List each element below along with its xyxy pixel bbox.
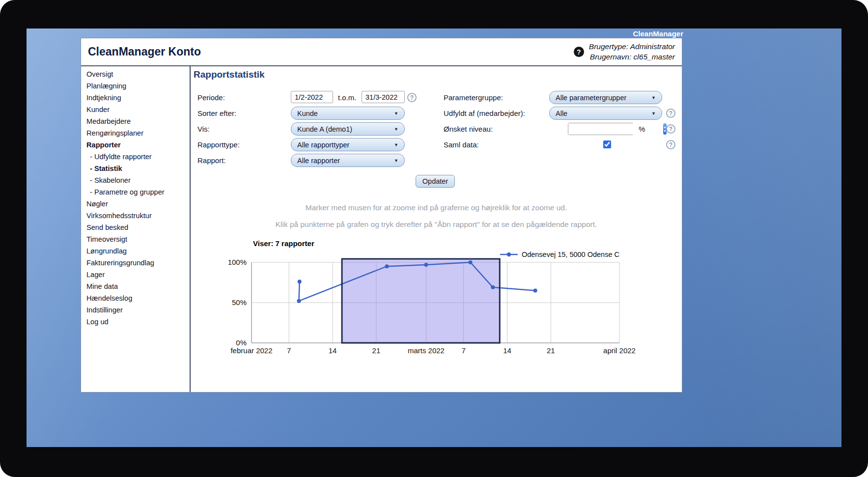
svg-text:7: 7 <box>461 346 465 355</box>
sidebar-item[interactable]: Indtjekning <box>86 92 190 104</box>
svg-text:april 2022: april 2022 <box>603 346 636 355</box>
sidebar-item[interactable]: Mine data <box>86 281 190 292</box>
rapport-select[interactable]: Alle rapporter ▼ <box>291 154 405 167</box>
sidebar-item[interactable]: Planlægning <box>86 80 190 92</box>
sidebar-item[interactable]: Virksomhedsstruktur <box>86 210 190 222</box>
parametergruppe-value: Alle parametergrupper <box>556 94 626 102</box>
sidebar-item[interactable]: Indstillinger <box>86 304 190 316</box>
periode-help-icon[interactable]: ? <box>407 93 417 102</box>
sidebar-item[interactable]: Rapporter <box>86 139 190 151</box>
sidebar-item[interactable]: Kunder <box>86 104 190 115</box>
rapporttype-select[interactable]: Alle rapporttyper ▼ <box>291 138 405 151</box>
main-content: Rapportstatistik Periode: t.o.m. ? Param… <box>191 66 682 392</box>
sidebar-item[interactable]: Medarbejdere <box>86 115 190 127</box>
sidebar-nav: Oversigt Planlægning Indtjekning Kunder … <box>81 66 191 392</box>
sidebar-item[interactable]: - Skabeloner <box>86 174 190 186</box>
open-report-instruction: Klik på punkterne på grafen og tryk dere… <box>191 220 682 229</box>
sidebar-item[interactable]: Send besked <box>86 222 190 233</box>
user-details: Brugertype: Administrator Brugernavn: cl… <box>589 42 675 62</box>
sidebar-item[interactable]: Timeoversigt <box>86 233 190 245</box>
saml-data-checkbox[interactable] <box>603 140 611 148</box>
percent-label: % <box>639 122 645 136</box>
rapport-value: Alle rapporter <box>297 157 340 165</box>
parametergruppe-label: Parametergruppe: <box>444 91 503 104</box>
sidebar-item[interactable]: Log ud <box>86 316 190 328</box>
sorter-efter-value: Kunde <box>297 110 318 117</box>
svg-text:21: 21 <box>372 346 381 355</box>
window-header: CleanManager Konto ? Brugertype: Adminis… <box>81 38 682 66</box>
vis-select[interactable]: Kunde A (demo1) ▼ <box>291 122 405 136</box>
udfyldt-af-select[interactable]: Alle ▼ <box>549 107 662 120</box>
page-title: Rapportstatistik <box>194 69 265 80</box>
vis-value: Kunde A (demo1) <box>297 125 352 133</box>
niveau-help-icon[interactable]: ? <box>666 124 675 134</box>
niveau-input-group: ▲ ▼ <box>568 123 634 135</box>
sorter-efter-select[interactable]: Kunde ▼ <box>291 107 405 120</box>
tom-label: t.o.m. <box>338 91 357 104</box>
app-window: CleanManager Konto ? Brugertype: Adminis… <box>81 38 682 393</box>
chart-title: Viser: 7 rapporter <box>253 239 314 248</box>
svg-text:21: 21 <box>547 346 555 355</box>
chevron-down-icon: ▼ <box>394 111 398 116</box>
rapport-label: Rapport: <box>197 154 226 167</box>
zoom-instruction: Marker med musen for at zoome ind på gra… <box>191 203 682 212</box>
user-name: Brugernavn: cl65_master <box>589 52 675 62</box>
sidebar-item[interactable]: Oversigt <box>86 68 190 80</box>
user-type: Brugertype: Administrator <box>589 42 675 52</box>
udfyldt-af-help-icon[interactable]: ? <box>666 109 675 118</box>
sidebar-item[interactable]: Nøgler <box>86 198 190 210</box>
niveau-input[interactable] <box>568 123 663 135</box>
report-chart[interactable]: 0%50%100%februar 202271421marts 20227142… <box>225 251 647 364</box>
saml-data-help-icon[interactable]: ? <box>666 140 675 149</box>
screenshot-root: CleanManager CleanManager Konto ? Bruger… <box>0 0 868 477</box>
sidebar-item[interactable]: - Statistik <box>86 163 190 174</box>
sidebar-item[interactable]: - Parametre og grupper <box>86 186 190 198</box>
periode-to-input[interactable] <box>362 91 405 103</box>
sidebar-item[interactable]: Faktureringsgrundlag <box>86 257 190 269</box>
sidebar-item[interactable]: Lager <box>86 269 190 281</box>
rapporttype-label: Rapporttype: <box>197 138 240 151</box>
udfyldt-af-value: Alle <box>556 110 567 117</box>
svg-text:marts 2022: marts 2022 <box>408 346 445 355</box>
vis-label: Vis: <box>197 122 210 136</box>
sorter-efter-label: Sorter efter: <box>197 107 236 120</box>
chevron-down-icon: ▼ <box>651 111 656 116</box>
svg-text:7: 7 <box>287 346 291 355</box>
svg-text:50%: 50% <box>232 298 247 307</box>
sidebar-item[interactable]: Løngrundlag <box>86 245 190 257</box>
chevron-down-icon: ▼ <box>651 95 656 100</box>
sidebar-item[interactable]: - Udfyldte rapporter <box>86 151 190 163</box>
chevron-down-icon: ▼ <box>394 127 398 132</box>
svg-text:0%: 0% <box>236 338 247 347</box>
saml-data-label: Saml data: <box>444 138 479 151</box>
help-icon[interactable]: ? <box>574 47 584 57</box>
periode-label: Periode: <box>197 91 225 104</box>
periode-from-input[interactable] <box>291 91 333 103</box>
rapporttype-value: Alle rapporttyper <box>297 141 349 149</box>
svg-text:14: 14 <box>503 346 511 355</box>
chevron-down-icon: ▼ <box>394 142 398 147</box>
desktop-background: CleanManager CleanManager Konto ? Bruger… <box>27 28 841 447</box>
user-info: ? Brugertype: Administrator Brugernavn: … <box>574 42 675 62</box>
sidebar-item[interactable]: Rengøringsplaner <box>86 127 190 139</box>
chevron-down-icon: ▼ <box>394 158 398 163</box>
svg-text:februar 2022: februar 2022 <box>230 346 272 355</box>
monitor-bezel: CleanManager CleanManager Konto ? Bruger… <box>0 0 868 477</box>
app-title: CleanManager Konto <box>88 45 201 58</box>
opdater-button[interactable]: Opdater <box>416 175 455 188</box>
svg-text:14: 14 <box>329 346 337 355</box>
niveau-label: Ønsket niveau: <box>444 122 493 136</box>
parametergruppe-select[interactable]: Alle parametergrupper ▼ <box>549 91 662 104</box>
udfyldt-af-label: Udfyldt af (medarbejder): <box>444 107 525 120</box>
cleanmanager-watermark: CleanManager <box>633 29 683 38</box>
svg-text:100%: 100% <box>228 258 247 266</box>
sidebar-item[interactable]: Hændelseslog <box>86 292 190 304</box>
